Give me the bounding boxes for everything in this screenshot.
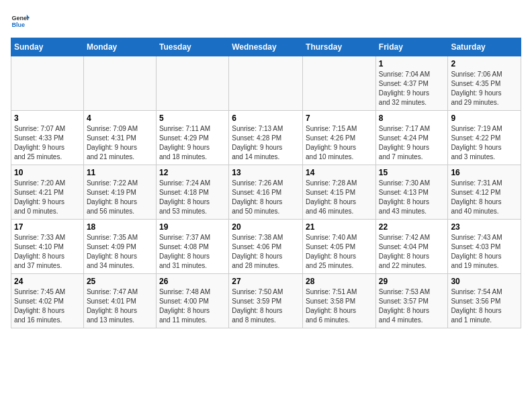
logo-icon: General Blue (11, 11, 30, 30)
day-number: 18 (87, 222, 153, 232)
day-number: 11 (87, 168, 153, 177)
day-number: 24 (14, 277, 81, 286)
day-number: 30 (451, 277, 518, 286)
day-info: Sunrise: 7:45 AM Sunset: 4:02 PM Dayligh… (14, 287, 81, 325)
day-number: 2 (451, 59, 518, 68)
day-number: 6 (232, 113, 300, 123)
day-number: 4 (87, 113, 153, 123)
day-info: Sunrise: 7:06 AM Sunset: 4:35 PM Dayligh… (451, 70, 518, 107)
day-cell: 6Sunrise: 7:13 AM Sunset: 4:28 PM Daylig… (229, 111, 303, 165)
day-number: 14 (306, 168, 373, 177)
col-header-sunday: Sunday (11, 38, 84, 56)
day-info: Sunrise: 7:40 AM Sunset: 4:05 PM Dayligh… (306, 233, 373, 271)
day-cell: 13Sunrise: 7:26 AM Sunset: 4:16 PM Dayli… (229, 165, 303, 220)
day-cell: 22Sunrise: 7:42 AM Sunset: 4:04 PM Dayli… (375, 220, 448, 274)
day-cell: 26Sunrise: 7:48 AM Sunset: 4:00 PM Dayli… (156, 274, 228, 328)
day-info: Sunrise: 7:42 AM Sunset: 4:04 PM Dayligh… (379, 233, 445, 271)
col-header-tuesday: Tuesday (156, 38, 228, 56)
day-info: Sunrise: 7:37 AM Sunset: 4:08 PM Dayligh… (159, 233, 226, 271)
week-row-3: 10Sunrise: 7:20 AM Sunset: 4:21 PM Dayli… (11, 165, 521, 220)
day-cell: 18Sunrise: 7:35 AM Sunset: 4:09 PM Dayli… (83, 220, 156, 274)
day-info: Sunrise: 7:19 AM Sunset: 4:22 PM Dayligh… (451, 124, 518, 162)
day-cell: 8Sunrise: 7:17 AM Sunset: 4:24 PM Daylig… (375, 111, 448, 165)
day-number: 29 (379, 277, 445, 286)
day-number: 12 (159, 168, 226, 177)
week-row-2: 3Sunrise: 7:07 AM Sunset: 4:33 PM Daylig… (11, 111, 521, 165)
day-cell (11, 56, 84, 111)
day-info: Sunrise: 7:28 AM Sunset: 4:15 PM Dayligh… (306, 179, 373, 216)
day-cell: 10Sunrise: 7:20 AM Sunset: 4:21 PM Dayli… (11, 165, 84, 220)
day-number: 7 (306, 113, 373, 123)
col-header-friday: Friday (375, 38, 448, 56)
day-number: 15 (379, 168, 445, 177)
day-info: Sunrise: 7:17 AM Sunset: 4:24 PM Dayligh… (379, 124, 445, 162)
day-number: 23 (451, 222, 518, 232)
day-number: 9 (451, 113, 518, 123)
day-info: Sunrise: 7:09 AM Sunset: 4:31 PM Dayligh… (87, 124, 153, 162)
day-cell: 12Sunrise: 7:24 AM Sunset: 4:18 PM Dayli… (156, 165, 228, 220)
day-cell: 30Sunrise: 7:54 AM Sunset: 3:56 PM Dayli… (448, 274, 521, 328)
day-cell: 1Sunrise: 7:04 AM Sunset: 4:37 PM Daylig… (375, 56, 448, 111)
day-cell: 21Sunrise: 7:40 AM Sunset: 4:05 PM Dayli… (303, 220, 376, 274)
day-info: Sunrise: 7:20 AM Sunset: 4:21 PM Dayligh… (14, 179, 81, 216)
day-cell (156, 56, 228, 111)
day-cell: 3Sunrise: 7:07 AM Sunset: 4:33 PM Daylig… (11, 111, 84, 165)
day-cell: 29Sunrise: 7:53 AM Sunset: 3:57 PM Dayli… (375, 274, 448, 328)
day-cell: 11Sunrise: 7:22 AM Sunset: 4:19 PM Dayli… (83, 165, 156, 220)
week-row-5: 24Sunrise: 7:45 AM Sunset: 4:02 PM Dayli… (11, 274, 521, 328)
day-cell: 4Sunrise: 7:09 AM Sunset: 4:31 PM Daylig… (83, 111, 156, 165)
day-info: Sunrise: 7:31 AM Sunset: 4:12 PM Dayligh… (451, 179, 518, 216)
col-header-wednesday: Wednesday (229, 38, 303, 56)
day-info: Sunrise: 7:30 AM Sunset: 4:13 PM Dayligh… (379, 179, 445, 216)
day-cell (229, 56, 303, 111)
day-cell: 17Sunrise: 7:33 AM Sunset: 4:10 PM Dayli… (11, 220, 84, 274)
day-number: 25 (87, 277, 153, 286)
day-cell: 9Sunrise: 7:19 AM Sunset: 4:22 PM Daylig… (448, 111, 521, 165)
week-row-1: 1Sunrise: 7:04 AM Sunset: 4:37 PM Daylig… (11, 56, 521, 111)
day-cell: 15Sunrise: 7:30 AM Sunset: 4:13 PM Dayli… (375, 165, 448, 220)
week-row-4: 17Sunrise: 7:33 AM Sunset: 4:10 PM Dayli… (11, 220, 521, 274)
day-number: 17 (14, 222, 81, 232)
col-header-thursday: Thursday (303, 38, 376, 56)
day-info: Sunrise: 7:47 AM Sunset: 4:01 PM Dayligh… (87, 287, 153, 325)
svg-text:Blue: Blue (11, 21, 25, 28)
header: General Blue (11, 11, 521, 30)
day-number: 22 (379, 222, 445, 232)
day-number: 19 (159, 222, 226, 232)
day-cell: 7Sunrise: 7:15 AM Sunset: 4:26 PM Daylig… (303, 111, 376, 165)
col-header-monday: Monday (83, 38, 156, 56)
day-number: 5 (159, 113, 226, 123)
day-number: 20 (232, 222, 300, 232)
day-info: Sunrise: 7:04 AM Sunset: 4:37 PM Dayligh… (379, 70, 445, 107)
day-info: Sunrise: 7:38 AM Sunset: 4:06 PM Dayligh… (232, 233, 300, 271)
day-number: 1 (379, 59, 445, 68)
day-cell: 23Sunrise: 7:43 AM Sunset: 4:03 PM Dayli… (448, 220, 521, 274)
calendar-table: SundayMondayTuesdayWednesdayThursdayFrid… (11, 38, 521, 328)
day-cell (83, 56, 156, 111)
day-number: 8 (379, 113, 445, 123)
day-cell: 20Sunrise: 7:38 AM Sunset: 4:06 PM Dayli… (229, 220, 303, 274)
day-cell: 19Sunrise: 7:37 AM Sunset: 4:08 PM Dayli… (156, 220, 228, 274)
day-info: Sunrise: 7:24 AM Sunset: 4:18 PM Dayligh… (159, 179, 226, 216)
day-info: Sunrise: 7:13 AM Sunset: 4:28 PM Dayligh… (232, 124, 300, 162)
day-number: 10 (14, 168, 81, 177)
day-info: Sunrise: 7:07 AM Sunset: 4:33 PM Dayligh… (14, 124, 81, 162)
day-info: Sunrise: 7:48 AM Sunset: 4:00 PM Dayligh… (159, 287, 226, 325)
day-cell: 5Sunrise: 7:11 AM Sunset: 4:29 PM Daylig… (156, 111, 228, 165)
logo: General Blue (11, 11, 30, 30)
day-cell: 27Sunrise: 7:50 AM Sunset: 3:59 PM Dayli… (229, 274, 303, 328)
day-cell: 2Sunrise: 7:06 AM Sunset: 4:35 PM Daylig… (448, 56, 521, 111)
day-number: 26 (159, 277, 226, 286)
day-number: 28 (306, 277, 373, 286)
day-info: Sunrise: 7:33 AM Sunset: 4:10 PM Dayligh… (14, 233, 81, 271)
day-info: Sunrise: 7:15 AM Sunset: 4:26 PM Dayligh… (306, 124, 373, 162)
day-number: 13 (232, 168, 300, 177)
day-cell: 16Sunrise: 7:31 AM Sunset: 4:12 PM Dayli… (448, 165, 521, 220)
day-info: Sunrise: 7:26 AM Sunset: 4:16 PM Dayligh… (232, 179, 300, 216)
day-cell: 14Sunrise: 7:28 AM Sunset: 4:15 PM Dayli… (303, 165, 376, 220)
day-info: Sunrise: 7:22 AM Sunset: 4:19 PM Dayligh… (87, 179, 153, 216)
day-info: Sunrise: 7:11 AM Sunset: 4:29 PM Dayligh… (159, 124, 226, 162)
day-number: 27 (232, 277, 300, 286)
day-info: Sunrise: 7:50 AM Sunset: 3:59 PM Dayligh… (232, 287, 300, 325)
day-info: Sunrise: 7:35 AM Sunset: 4:09 PM Dayligh… (87, 233, 153, 271)
